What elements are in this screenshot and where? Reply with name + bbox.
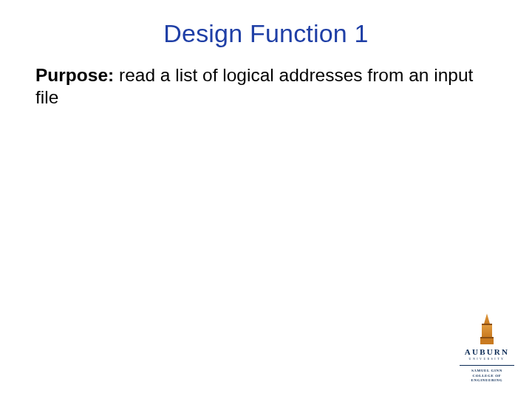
logo-university: AUBURN <box>460 347 514 356</box>
logo-college: SAMUEL GINN COLLEGE OF ENGINEERING <box>460 369 514 383</box>
logo-college-line1: SAMUEL GINN <box>471 369 502 372</box>
logo-subtext-university: UNIVERSITY <box>460 357 514 361</box>
slide-title: Design Function 1 <box>35 19 497 48</box>
logo-college-line2: COLLEGE OF ENGINEERING <box>471 374 503 382</box>
slide: Design Function 1 Purpose: read a list o… <box>0 0 532 399</box>
purpose-label: Purpose: <box>35 65 114 85</box>
purpose-paragraph: Purpose: read a list of logical addresse… <box>35 64 497 109</box>
tower-icon <box>460 313 514 344</box>
logo-divider <box>460 365 514 366</box>
auburn-logo: AUBURN UNIVERSITY SAMUEL GINN COLLEGE OF… <box>460 313 514 383</box>
